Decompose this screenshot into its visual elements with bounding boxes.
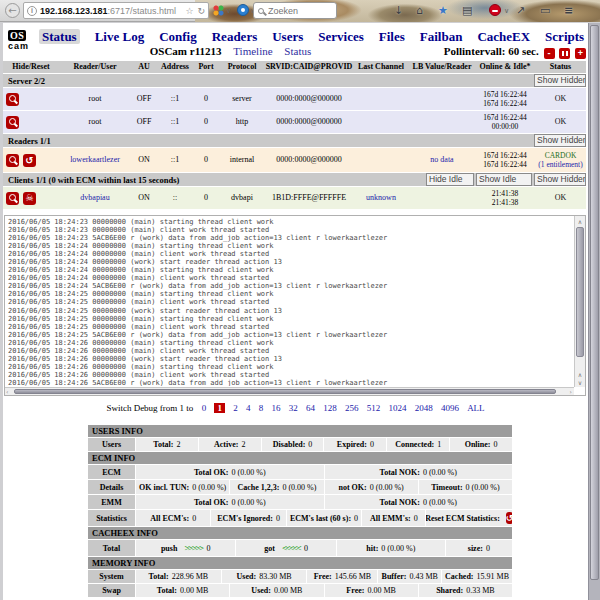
poll-pause-button[interactable] <box>559 48 570 59</box>
chevron-down-icon[interactable]: ∨ <box>504 7 509 15</box>
search-box[interactable] <box>253 2 337 19</box>
search-input[interactable] <box>268 6 328 16</box>
download-icon[interactable]: ↓ <box>394 4 403 17</box>
menu-icon[interactable]: ≡ <box>564 4 573 17</box>
extension-palette-icon[interactable] <box>213 5 224 16</box>
nav-scripts[interactable]: Scripts <box>545 29 584 44</box>
window-vertical-scrollbar[interactable] <box>588 23 600 600</box>
debug-level-2[interactable]: 2 <box>233 403 238 413</box>
extension-blue-icon[interactable] <box>237 4 249 16</box>
bookmark-icon[interactable]: ☆ <box>185 6 193 16</box>
reset-ecm-statistics-icon[interactable]: ↺ <box>506 512 512 524</box>
ecm-info-header: ECM INFO <box>88 452 512 464</box>
debug-level-4096[interactable]: 4096 <box>441 403 459 413</box>
log-line: 2016/06/05 18:24:25 00000000 (main) star… <box>8 315 573 323</box>
memory-info-header: MEMORY INFO <box>88 557 512 569</box>
mem-buffer: Buffer:0.43 MB <box>378 570 441 583</box>
users-row-label: Users <box>88 438 135 451</box>
restart-reader-icon[interactable]: ↺ <box>23 154 36 167</box>
nav-files[interactable]: Files <box>379 29 405 44</box>
emm-total-ok: Total OK:0 (0.00 %) <box>136 495 324 509</box>
scroll-left-icon[interactable]: ‹ <box>6 388 8 396</box>
url-bar[interactable]: i 192.168.123.181 :6717/status.html ☆ ↻ <box>23 2 209 19</box>
lb-no-data-link[interactable]: no data <box>409 148 475 172</box>
nav-config[interactable]: Config <box>159 29 197 44</box>
kill-client-icon[interactable]: ☠ <box>23 192 36 205</box>
nav-status[interactable]: Status <box>39 29 80 44</box>
nav-services[interactable]: Services <box>318 29 363 44</box>
poll-increase-button[interactable]: + <box>575 48 586 59</box>
scroll-up-icon[interactable]: ∧ <box>575 218 585 225</box>
scrollbar-thumb[interactable] <box>590 25 599 580</box>
debug-level-64[interactable]: 64 <box>306 403 315 413</box>
debug-level-16[interactable]: 16 <box>271 403 280 413</box>
last-channel-link[interactable]: unknown <box>353 187 409 209</box>
stats-all-emm: All EMM's:0 <box>362 510 425 526</box>
au-value: ON <box>131 148 157 172</box>
emm-row: EMM Total OK:0 (0.00 %) Total NOK:0 (0.0… <box>88 495 512 509</box>
debug-magnifier-icon[interactable] <box>6 93 19 106</box>
debug-level-128[interactable]: 128 <box>323 403 337 413</box>
home-icon[interactable]: ⌂ <box>416 4 423 17</box>
debug-level-1024[interactable]: 1024 <box>388 403 406 413</box>
nav-readers[interactable]: Readers <box>212 29 258 44</box>
back-button[interactable]: ← <box>5 3 20 18</box>
adblock-icon[interactable] <box>489 4 501 16</box>
log-line: 2016/06/05 18:24:26 00000000 (main) clie… <box>8 371 573 379</box>
nav-cacheex[interactable]: CacheEX <box>477 29 530 44</box>
poll-decrease-button[interactable]: - <box>544 48 555 59</box>
log-vertical-scrollbar[interactable]: ∧ ∧ ∨ <box>574 216 585 387</box>
debug-level-256[interactable]: 256 <box>345 403 359 413</box>
share-icon[interactable]: ▤ <box>462 4 472 17</box>
debug-magnifier-icon[interactable] <box>6 192 19 205</box>
debug-level-512[interactable]: 512 <box>367 403 381 413</box>
scroll-right-icon[interactable]: › <box>570 388 572 396</box>
site-info-icon[interactable]: i <box>27 6 37 16</box>
status-value: OK <box>535 111 586 133</box>
reload-icon[interactable]: ↻ <box>197 6 205 16</box>
debug-level-all[interactable]: ALL <box>467 403 485 413</box>
debug-level-8[interactable]: 8 <box>259 403 264 413</box>
clients-show-hidden-button[interactable]: Show Hidden <box>534 173 586 186</box>
nav-live-log[interactable]: Live Log <box>95 29 144 44</box>
chat-bubble-icon[interactable]: ▭ <box>540 4 550 17</box>
details-row: Details OK incl. TUN:0 (0.00 %) Cache 1,… <box>88 480 512 494</box>
debug-magnifier-icon[interactable] <box>6 116 19 129</box>
status-link[interactable]: Status <box>284 45 311 57</box>
statistics-row: Statistics All ECM's:0 ECM's Ignored:0 E… <box>88 510 512 526</box>
scroll-down-icon[interactable]: ∨ <box>575 379 585 386</box>
scrollbar-thumb[interactable] <box>14 389 556 394</box>
log-line: 2016/06/05 18:24:24 5ACB6E00 r (work) da… <box>8 282 573 290</box>
readers-show-hidden-button[interactable]: Show Hidden <box>534 134 586 147</box>
log-line: 2016/06/05 18:24:23 5ACB6E00 r (work) da… <box>8 234 573 242</box>
log-line: 2016/06/05 18:24:25 00000000 (work) star… <box>8 307 573 315</box>
scroll-up-icon[interactable]: ∧ <box>575 371 585 378</box>
timeline-link[interactable]: Timeline <box>233 45 272 57</box>
log-horizontal-scrollbar[interactable]: ‹ › <box>5 387 574 395</box>
clients-section-row: Clients 1/1 (0 with ECM within last 15 s… <box>3 173 586 187</box>
details-cache: Cache 1,2,3:0 (0.00 %) <box>230 480 323 494</box>
debug-level-1-current[interactable]: 1 <box>214 403 225 413</box>
hide-idle-button[interactable]: Hide Idle <box>426 173 474 186</box>
scrollbar-thumb[interactable] <box>576 227 584 357</box>
col-status: Status <box>535 61 586 73</box>
status-table-header: Hide/Reset Reader/User AU Address Port P… <box>3 61 586 74</box>
entitlement-link[interactable]: (1 entitlement) <box>538 160 582 169</box>
debug-level-32[interactable]: 32 <box>289 403 298 413</box>
client-name-link[interactable]: dvbapiau <box>59 187 131 209</box>
nav-failban[interactable]: Failban <box>420 29 463 44</box>
chevron-down-icon[interactable]: ∨ <box>226 7 231 15</box>
send-tab-icon[interactable]: ↗ <box>516 4 525 17</box>
reader-name-link[interactable]: lowerkaartlezer <box>59 148 131 172</box>
col-hide-reset: Hide/Reset <box>3 61 59 73</box>
debug-magnifier-icon[interactable] <box>6 154 19 167</box>
nav-users[interactable]: Users <box>272 29 303 44</box>
server-show-hidden-button[interactable]: Show Hidden <box>534 74 586 87</box>
bookmark-star-icon[interactable]: ★ <box>438 4 448 17</box>
cacheex-size: size:0 <box>446 540 512 556</box>
debug-level-2048[interactable]: 2048 <box>415 403 433 413</box>
debug-level-0[interactable]: 0 <box>202 403 207 413</box>
swap-memory-row: Swap Total:0.00 MB Used:0.00 MB Free:0.0… <box>88 584 512 597</box>
show-idle-button[interactable]: Show Idle <box>476 173 532 186</box>
debug-level-4[interactable]: 4 <box>246 403 251 413</box>
